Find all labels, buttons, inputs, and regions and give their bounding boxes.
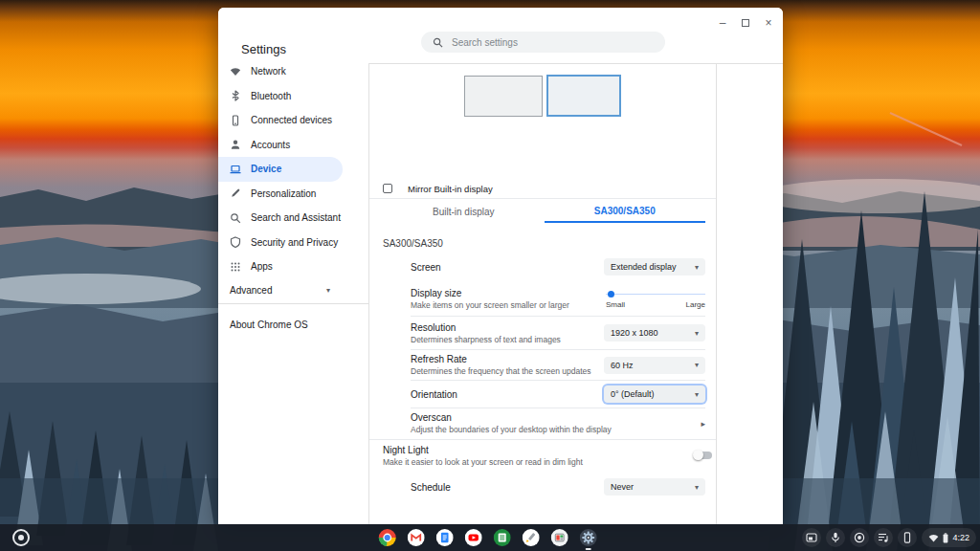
search-icon [230,212,241,224]
resolution-dropdown[interactable]: 1920 x 1080 ▾ [604,324,705,342]
display-settings-panel: Mirror Built-in display Built-in display… [368,63,717,524]
chrome-app-icon[interactable] [379,529,396,546]
screen-capture-icon [806,532,817,543]
sidebar-advanced-toggle[interactable]: Advanced ▾ [218,278,368,301]
settings-window: Settings Search settings – × [218,8,783,524]
chevron-down-icon: ▾ [695,483,699,492]
slider-min-label: Small [606,300,625,309]
search-input[interactable]: Search settings [421,32,665,53]
canvas-app-icon[interactable] [523,529,540,546]
screen-row: Screen Extended display ▾ [411,252,705,282]
sheets-app-icon[interactable] [494,529,511,546]
chevron-down-icon: ▾ [695,263,699,272]
gallery-app-icon[interactable] [551,529,568,546]
mirror-display-row[interactable]: Mirror Built-in display [369,179,716,199]
microphone-icon [830,532,841,543]
display-tabs: Built-in display SA300/SA350 [383,200,705,223]
sidebar-item-device[interactable]: Device [218,157,343,182]
clock: 4:22 [952,533,969,542]
chevron-right-icon: ▸ [701,419,705,429]
sidebar-item-personalization[interactable]: Personalization [218,182,368,207]
mirror-display-label: Mirror Built-in display [408,184,493,194]
launcher-icon [18,535,24,540]
display-size-label: Display size [411,288,569,298]
schedule-dropdown[interactable]: Never ▾ [604,478,705,496]
youtube-app-icon[interactable] [465,529,482,546]
shelf: 4:22 [0,524,980,551]
close-button[interactable]: × [762,16,775,30]
display-diagram-external[interactable] [546,75,621,117]
orientation-row: Orientation 0° (Default) ▾ [411,381,705,408]
shield-icon [230,236,241,248]
overscan-row[interactable]: Overscan Adjust the boundaries of your d… [411,408,705,438]
gmail-app-icon[interactable] [408,529,425,546]
minimize-button[interactable]: – [716,16,729,30]
resolution-row: Resolution Determines sharpness of text … [411,317,705,349]
sidebar-item-security-privacy[interactable]: Security and Privacy [218,231,368,255]
maximize-button[interactable] [739,16,752,30]
docs-app-icon[interactable] [436,529,454,546]
wifi-icon [230,66,241,77]
display-size-row: Display size Make items on your screen s… [411,282,705,316]
battery-icon [943,533,948,543]
orientation-label: Orientation [411,389,457,400]
settings-app-icon[interactable] [580,529,597,546]
window-header: Settings Search settings – × [218,8,783,63]
resolution-label: Resolution [411,322,561,333]
display-diagram-builtin[interactable] [464,76,543,117]
sidebar-item-accounts[interactable]: Accounts [218,133,368,158]
microphone-tray-button[interactable] [826,528,845,547]
person-icon [230,139,241,150]
search-icon [433,37,443,48]
bluetooth-icon [230,90,241,101]
refresh-rate-description: Determines the frequency that the screen… [411,366,591,376]
screen-capture-tray-button[interactable] [802,528,821,547]
media-notification-tray-button[interactable] [850,528,869,547]
chevron-down-icon: ▾ [695,361,699,369]
laptop-icon [230,164,241,175]
slider-max-label: Large [686,300,705,309]
content-gutter [717,63,783,524]
active-app-indicator [586,548,591,550]
media-notification-icon [854,532,865,543]
screen-label: Screen [411,262,441,273]
system-tray: 4:22 [802,528,976,547]
media-controls-tray-button[interactable] [874,528,893,547]
chevron-down-icon: ▾ [695,329,699,338]
shelf-apps [379,529,597,546]
sidebar-item-search-assistant[interactable]: Search and Assistant [218,206,368,231]
phone-hub-tray-button[interactable] [898,528,917,547]
window-title: Settings [241,42,286,56]
apps-grid-icon [230,261,241,273]
refresh-rate-dropdown[interactable]: 60 Hz ▾ [604,357,705,374]
status-area[interactable]: 4:22 [922,528,976,547]
slider-thumb[interactable] [608,291,614,298]
display-size-description: Make items on your screen smaller or lar… [411,300,569,310]
mirror-display-checkbox[interactable] [383,184,392,193]
tab-sa300-sa350[interactable]: SA300/SA350 [545,200,706,223]
desktop: Settings Search settings – × [0,0,980,551]
window-controls: – × [716,16,775,30]
orientation-dropdown[interactable]: 0° (Default) ▾ [604,386,705,403]
sidebar-item-network[interactable]: Network [218,59,368,84]
chevron-down-icon: ▾ [695,390,699,399]
close-icon: × [765,16,771,30]
sidebar-item-connected-devices[interactable]: Connected devices [218,108,368,133]
sidebar-item-bluetooth[interactable]: Bluetooth [218,84,368,109]
display-size-slider[interactable]: Small Large [606,290,705,309]
sidebar-item-apps[interactable]: Apps [218,254,368,279]
maximize-icon [742,19,749,27]
night-light-label: Night Light [383,445,583,455]
minimize-icon: – [720,16,726,30]
chevron-down-icon: ▾ [326,286,330,295]
launcher-button[interactable] [12,529,30,546]
display-section-title: SA300/SA350 [383,238,443,249]
refresh-rate-row: Refresh Rate Determines the frequency th… [411,350,705,380]
schedule-row: Schedule Never ▾ [411,472,705,502]
screen-dropdown[interactable]: Extended display ▾ [604,258,705,276]
sidebar-item-about-chrome-os[interactable]: About Chrome OS [218,311,368,338]
night-light-toggle[interactable] [694,452,712,459]
tab-builtin-display[interactable]: Built-in display [383,200,545,223]
search-placeholder: Search settings [452,37,518,48]
overscan-label: Overscan [411,412,612,423]
